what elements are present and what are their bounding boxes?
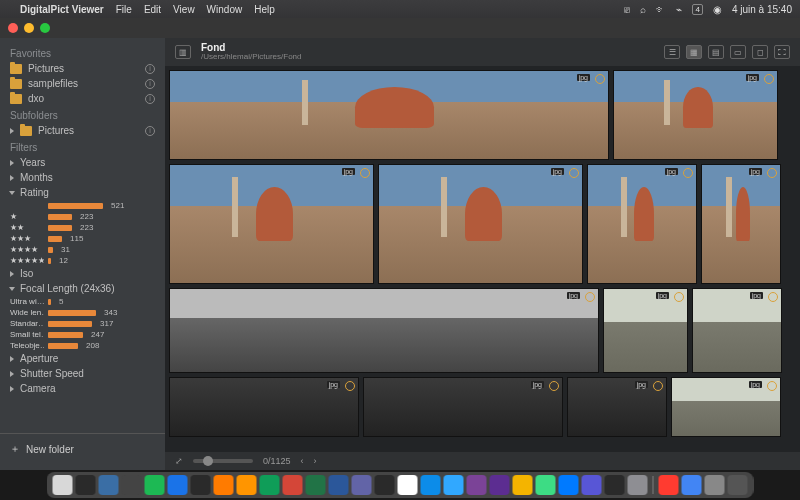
rating-row[interactable]: ★★★★ 31 — [0, 244, 165, 255]
subfolder-item[interactable]: Pictures i — [0, 123, 165, 138]
thumbnail[interactable]: jpg — [613, 70, 778, 160]
single-button[interactable]: ◻ — [752, 45, 768, 59]
dock-app-icon[interactable] — [352, 475, 372, 495]
expand-icon[interactable]: ⤢ — [175, 456, 183, 466]
fullscreen-button[interactable]: ⛶ — [774, 45, 790, 59]
rating-ring-icon[interactable] — [768, 292, 778, 302]
dock-app-icon[interactable] — [237, 475, 257, 495]
thumbnail[interactable]: jpg — [701, 164, 781, 284]
menu-file[interactable]: File — [116, 4, 132, 15]
dock-app-icon[interactable] — [53, 475, 73, 495]
thumbnail[interactable]: jpg — [671, 377, 781, 437]
dock-app-icon[interactable] — [582, 475, 602, 495]
list-view-button[interactable]: ☰ — [664, 45, 680, 59]
thumbnail[interactable]: jpg — [567, 377, 667, 437]
app-name[interactable]: DigitalPict Viewer — [20, 4, 104, 15]
favorite-item[interactable]: Pictures i — [0, 61, 165, 76]
menu-help[interactable]: Help — [254, 4, 275, 15]
filter-group[interactable]: Camera — [0, 381, 165, 396]
screen-share-icon[interactable]: ⎚ — [624, 4, 630, 15]
new-folder-button[interactable]: ＋ New folder — [0, 433, 165, 464]
rating-ring-icon[interactable] — [585, 292, 595, 302]
rating-ring-icon[interactable] — [569, 168, 579, 178]
rating-row[interactable]: ★★ 223 — [0, 222, 165, 233]
menu-edit[interactable]: Edit — [144, 4, 161, 15]
dock-app-icon[interactable] — [628, 475, 648, 495]
filter-group[interactable]: Years — [0, 155, 165, 170]
dock-app-icon[interactable] — [682, 475, 702, 495]
rating-row[interactable]: ★★★★★ 12 — [0, 255, 165, 266]
dock-app-icon[interactable] — [421, 475, 441, 495]
dock-app-icon[interactable] — [705, 475, 725, 495]
dock-app-icon[interactable] — [329, 475, 349, 495]
dock-app-icon[interactable] — [536, 475, 556, 495]
rating-row[interactable]: ★★★ 115 — [0, 233, 165, 244]
grid-small-button[interactable]: ▦ — [686, 45, 702, 59]
rating-row[interactable]: 521 — [0, 200, 165, 211]
dock-app-icon[interactable] — [375, 475, 395, 495]
filter-group[interactable]: Aperture — [0, 351, 165, 366]
focal-row[interactable]: Small tel… 247 — [0, 329, 165, 340]
menubar-clock[interactable]: 4 juin à 15:40 — [732, 4, 792, 15]
close-window-button[interactable] — [8, 23, 18, 33]
chevron-right-icon[interactable]: › — [314, 456, 317, 466]
zoom-window-button[interactable] — [40, 23, 50, 33]
dock-app-icon[interactable] — [145, 475, 165, 495]
search-icon[interactable]: ⌕ — [640, 4, 646, 15]
rating-row[interactable]: ★ 223 — [0, 211, 165, 222]
filmstrip-button[interactable]: ▭ — [730, 45, 746, 59]
grid-large-button[interactable]: ▤ — [708, 45, 724, 59]
user-switch-icon[interactable]: ◉ — [713, 4, 722, 15]
chevron-left-icon[interactable]: ‹ — [301, 456, 304, 466]
filter-group[interactable]: Iso — [0, 266, 165, 281]
rating-ring-icon[interactable] — [653, 381, 663, 391]
thumbnail[interactable]: jpg — [587, 164, 697, 284]
rating-ring-icon[interactable] — [674, 292, 684, 302]
menu-window[interactable]: Window — [207, 4, 243, 15]
favorite-item[interactable]: samplefiles i — [0, 76, 165, 91]
favorite-item[interactable]: dxo i — [0, 91, 165, 106]
info-icon[interactable]: i — [145, 64, 155, 74]
zoom-slider[interactable] — [193, 459, 253, 463]
rating-ring-icon[interactable] — [764, 74, 774, 84]
menu-view[interactable]: View — [173, 4, 195, 15]
dock-app-icon[interactable] — [283, 475, 303, 495]
rating-ring-icon[interactable] — [595, 74, 605, 84]
control-center-icon[interactable]: ⌁ — [676, 4, 682, 15]
rating-ring-icon[interactable] — [767, 381, 777, 391]
dock-app-icon[interactable] — [467, 475, 487, 495]
thumbnail[interactable]: jpg — [692, 288, 782, 373]
dock-app-icon[interactable] — [122, 475, 142, 495]
filter-group[interactable]: Shutter Speed — [0, 366, 165, 381]
thumbnail[interactable]: jpg — [603, 288, 688, 373]
dock-app-icon[interactable] — [490, 475, 510, 495]
thumbnail[interactable]: jpg — [169, 164, 374, 284]
dock-app-icon[interactable] — [76, 475, 96, 495]
dock-app-icon[interactable] — [214, 475, 234, 495]
dock-app-icon[interactable] — [99, 475, 119, 495]
dock-app-icon[interactable] — [605, 475, 625, 495]
filter-group[interactable]: Focal Length (24x36) — [0, 281, 165, 296]
status-number[interactable]: 4 — [692, 4, 702, 15]
filter-group[interactable]: Months — [0, 170, 165, 185]
rating-ring-icon[interactable] — [345, 381, 355, 391]
thumbnail[interactable]: jpg — [169, 377, 359, 437]
minimize-window-button[interactable] — [24, 23, 34, 33]
dock-app-icon[interactable] — [728, 475, 748, 495]
thumbnail[interactable]: jpg — [169, 70, 609, 160]
rating-ring-icon[interactable] — [683, 168, 693, 178]
focal-row[interactable]: Teleobje… 208 — [0, 340, 165, 351]
info-icon[interactable]: i — [145, 94, 155, 104]
thumbnail[interactable]: jpg — [363, 377, 563, 437]
dock-app-icon[interactable] — [444, 475, 464, 495]
dock-app-icon[interactable] — [398, 475, 418, 495]
dock-app-icon[interactable] — [191, 475, 211, 495]
dock-app-icon[interactable] — [659, 475, 679, 495]
filter-group[interactable]: Rating — [0, 185, 165, 200]
sidebar-toggle-icon[interactable]: ▥ — [175, 45, 191, 59]
focal-row[interactable]: Wide len… 343 — [0, 307, 165, 318]
dock-app-icon[interactable] — [559, 475, 579, 495]
info-icon[interactable]: i — [145, 79, 155, 89]
dock-app-icon[interactable] — [513, 475, 533, 495]
wifi-icon[interactable]: ᯤ — [656, 4, 666, 15]
